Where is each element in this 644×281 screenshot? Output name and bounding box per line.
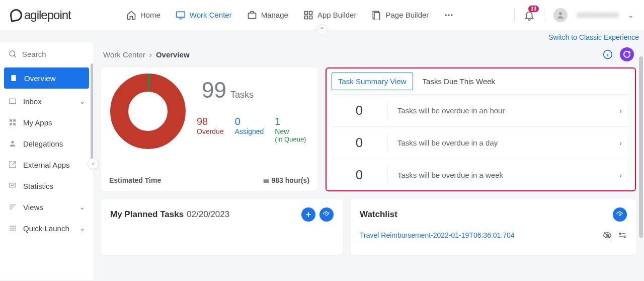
chevron-down-icon: ⌄: [79, 98, 85, 105]
ellipsis-icon: [444, 10, 454, 20]
divider: [544, 9, 544, 22]
svg-point-11: [559, 12, 562, 15]
svg-point-30: [619, 214, 621, 216]
svg-rect-14: [10, 99, 16, 103]
summary-row-hour[interactable]: 0 Tasks will be overdue in an hour ›: [332, 94, 630, 126]
svg-rect-2: [304, 11, 307, 14]
svg-point-10: [451, 14, 453, 16]
svg-rect-7: [374, 13, 380, 20]
svg-rect-5: [309, 16, 312, 19]
planned-date: 02/20/2023: [187, 209, 229, 220]
watchlist-card: Watchlist Travel Reimbursement-2022-01-1…: [351, 199, 636, 255]
grid-icon: [303, 10, 313, 20]
svg-rect-0: [176, 12, 185, 17]
watch-options-icon[interactable]: [618, 231, 627, 240]
inbox-icon: [8, 97, 17, 106]
chevron-down-icon[interactable]: ⌄: [628, 11, 634, 19]
sidebar-item-delegations[interactable]: Delegations: [0, 133, 93, 154]
nav-more[interactable]: [444, 10, 454, 20]
calendar-icon: [263, 177, 270, 184]
tasks-total-number: 99: [202, 78, 226, 103]
content-scrollbar[interactable]: [639, 56, 643, 238]
svg-point-33: [624, 236, 625, 238]
summary-text: Tasks will be overdue in an hour: [387, 106, 619, 115]
summary-count: 0: [332, 103, 387, 118]
summary-text: Tasks will be overdue in a week: [387, 171, 619, 179]
sidebar-item-quick-launch[interactable]: Quick Launch ⌄: [0, 218, 93, 239]
nav-manage[interactable]: Manage: [247, 10, 288, 20]
search-placeholder: Search: [22, 50, 46, 58]
planned-settings-button[interactable]: [319, 207, 334, 222]
switch-classic-link[interactable]: Switch to Classic Experience: [548, 33, 639, 41]
svg-point-21: [15, 226, 16, 226]
sidebar-item-views[interactable]: Views ⌄: [0, 196, 93, 218]
nav-page-builder[interactable]: Page Builder: [371, 10, 429, 20]
stat-overdue[interactable]: 98 Overdue: [197, 116, 224, 143]
svg-rect-3: [309, 11, 312, 14]
stat-label: New: [275, 127, 306, 135]
svg-rect-1: [248, 13, 256, 18]
svg-rect-15: [10, 119, 12, 122]
briefcase-icon: [247, 10, 257, 20]
monitor-icon: [176, 10, 186, 20]
watchlist-settings-button[interactable]: [613, 207, 627, 222]
svg-rect-4: [304, 16, 307, 19]
summary-text: Tasks will be overdue in a day: [387, 138, 619, 147]
sidebar: Search Overview Inbox ⌄ My Apps Delegati…: [0, 42, 93, 280]
tab-task-summary-view[interactable]: Task Summary View: [332, 73, 413, 90]
header-expand-toggle[interactable]: ⌃: [316, 24, 328, 35]
my-planned-tasks-card: My Planned Tasks 02/20/2023: [101, 199, 343, 255]
nav-app-builder[interactable]: App Builder: [303, 10, 357, 20]
breadcrumb-parent[interactable]: Work Center: [103, 50, 145, 59]
nav-work-center[interactable]: Work Center: [176, 10, 232, 20]
sidebar-item-statistics[interactable]: Statistics: [0, 175, 93, 196]
tab-tasks-due-this-week[interactable]: Tasks Due This Week: [416, 73, 502, 90]
sidebar-item-my-apps[interactable]: My Apps: [0, 112, 93, 133]
stat-assigned[interactable]: 0 Assigned: [235, 116, 264, 143]
svg-rect-18: [13, 123, 16, 125]
estimated-time-row: Estimated Time 983 hour(s): [109, 173, 309, 184]
tasks-total: 99 Tasks: [202, 78, 254, 103]
info-button[interactable]: [603, 49, 613, 59]
chevron-right-icon: ›: [619, 107, 630, 115]
summary-row-day[interactable]: 0 Tasks will be overdue in a day ›: [332, 126, 630, 159]
svg-point-9: [448, 14, 450, 16]
avatar[interactable]: [553, 8, 568, 22]
nav-home[interactable]: Home: [126, 10, 160, 20]
sidebar-item-label: My Apps: [23, 118, 52, 127]
svg-rect-17: [10, 123, 12, 125]
unwatch-icon[interactable]: [603, 231, 612, 240]
nav-label: Manage: [261, 11, 288, 19]
planned-title: My Planned Tasks: [110, 209, 184, 220]
summary-row-week[interactable]: 0 Tasks will be overdue in a week ›: [332, 159, 630, 191]
home-icon: [126, 10, 136, 20]
sidebar-item-label: Quick Launch: [23, 224, 69, 233]
sidebar-search[interactable]: Search: [0, 42, 93, 65]
sidebar-item-external-apps[interactable]: External Apps: [0, 154, 93, 175]
sidebar-item-label: Delegations: [23, 139, 63, 148]
watchlist-item: Travel Reimbursement-2022-01-19T06:36:01…: [360, 231, 627, 240]
person-icon: [8, 139, 17, 148]
chevron-right-icon: ›: [619, 171, 630, 179]
notifications-button[interactable]: 33: [524, 10, 535, 21]
sidebar-item-label: Statistics: [23, 182, 53, 190]
sidebar-item-overview[interactable]: Overview: [4, 67, 89, 89]
page-icon: [371, 10, 381, 20]
refresh-button[interactable]: [620, 47, 634, 61]
stat-new[interactable]: 1 New (In Queue): [275, 116, 306, 143]
stat-number: 98: [197, 116, 224, 127]
stat-number: 1: [275, 116, 306, 127]
chevron-right-icon: ›: [619, 139, 630, 147]
summary-count: 0: [332, 167, 387, 183]
apps-icon: [8, 118, 17, 127]
nav-label: Home: [140, 11, 160, 19]
chevron-down-icon: ⌄: [79, 203, 85, 211]
header-right: 33 XXXXXXXXX ⌄: [514, 8, 634, 22]
nav-label: Page Builder: [385, 11, 429, 19]
breadcrumb: Work Center › Overview: [101, 42, 636, 67]
sidebar-item-inbox[interactable]: Inbox ⌄: [0, 91, 93, 112]
watchlist-link[interactable]: Travel Reimbursement-2022-01-19T06:36:01…: [360, 231, 515, 239]
svg-point-12: [10, 51, 15, 56]
divider: [514, 9, 515, 22]
add-planned-task-button[interactable]: [301, 207, 315, 222]
